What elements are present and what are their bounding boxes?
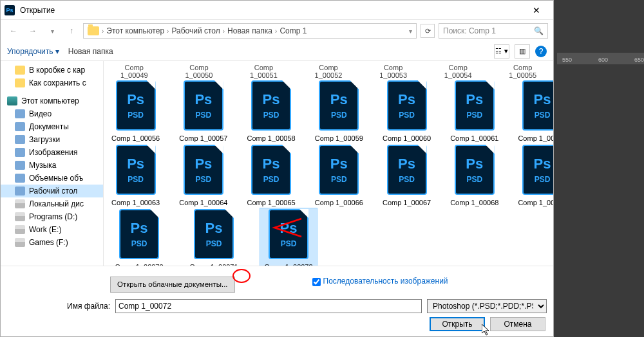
new-folder-button[interactable]: Новая папка [68,47,113,56]
breadcrumb-pc[interactable]: Этот компьютер [106,26,164,35]
file-item[interactable]: PsPSDComp 1_00064 [178,143,229,208]
image-sequence-label[interactable]: Последовательность изображений [323,277,448,287]
file-item[interactable]: PsPSDComp 1_00071 [185,208,243,266]
preview-pane-button[interactable]: ▥ [515,44,530,59]
file-grid[interactable]: Comp 1_00049 Comp 1_00050 Comp 1_00051 C… [104,61,553,266]
desktop-icon [15,187,25,196]
file-item[interactable]: PsPSDComp 1_00067 [381,143,432,208]
organize-menu[interactable]: Упорядочить ▾ [7,47,59,56]
psd-file-icon: PsPSD [269,209,308,259]
psd-file-icon: PsPSD [522,80,553,131]
tree-localdisk[interactable]: Локальный дис [1,197,103,210]
tree-item[interactable]: В коробке с кар [1,64,103,77]
toolbar: Упорядочить ▾ Новая папка ☷ ▾ ▥ ? [1,42,553,61]
images-icon [15,148,25,157]
file-item[interactable]: PsPSDComp 1_00066 [314,143,365,208]
tree-documents[interactable]: Документы [1,120,103,133]
file-label: Comp 1_00058 [247,134,295,142]
file-label: Comp 1_00064 [179,199,227,206]
file-item[interactable]: PsPSDComp 1_00070 [110,208,168,266]
tree-work-e[interactable]: Work (E:) [1,223,103,236]
file-item[interactable]: PsPSDComp 1_00060 [381,79,432,143]
nav-tree: В коробке с кар Как сохранить с Этот ком… [1,61,104,266]
file-label: Comp 1_00069 [518,199,553,206]
tree-3d[interactable]: Объемные объ [1,172,103,185]
psd-file-icon: PsPSD [116,80,156,131]
tree-music[interactable]: Музыка [1,159,103,172]
tree-downloads[interactable]: Загрузки [1,133,103,146]
image-sequence-checkbox[interactable] [312,278,321,286]
back-button[interactable]: ← [6,23,21,39]
breadcrumb-desktop[interactable]: Рабочий стол [171,26,220,35]
tree-images[interactable]: Изображения [1,146,103,159]
file-item[interactable]: PsPSDComp 1_00065 [245,143,296,208]
file-item[interactable]: PsPSDComp 1_00058 [245,79,296,143]
psd-file-icon: PsPSD [184,80,223,131]
cancel-button[interactable]: Отмена [490,317,545,331]
psd-file-icon: PsPSD [119,209,159,259]
dialog-footer: Открыть облачные документы... Последоват… [1,266,553,336]
downloads-icon [15,135,25,144]
music-icon [15,161,25,170]
file-label: Comp 1_00065 [247,199,295,206]
file-item[interactable]: PsPSDComp 1_00061 [449,79,500,143]
file-item[interactable]: PsPSDComp 1_00068 [449,143,500,208]
file-item[interactable]: PsPSDComp 1_00057 [178,79,229,143]
psd-file-icon: PsPSD [319,80,359,131]
breadcrumb-comp[interactable]: Comp 1 [279,26,307,35]
refresh-button[interactable]: ⟳ [421,24,435,38]
breadcrumb-folder[interactable]: Новая папка [227,26,272,35]
search-input[interactable]: Поиск: Comp 1 🔍 [439,23,548,39]
file-item[interactable]: PsPSDComp 1_00059 [314,79,365,143]
file-label: Comp 1_00067 [383,199,431,206]
video-icon [15,109,25,118]
file-label: Comp 1_00059 [315,134,363,142]
tree-item[interactable]: Как сохранить с [1,77,103,89]
psd-file-icon: PsPSD [522,145,553,195]
help-button[interactable]: ? [535,46,547,57]
nav-bar: ← → ▾ ↑ › Этот компьютер› Рабочий стол› … [1,20,553,42]
tree-desktop[interactable]: Рабочий стол [1,185,103,197]
open-cloud-button[interactable]: Открыть облачные документы... [110,277,235,293]
psd-file-icon: PsPSD [251,80,291,131]
file-item[interactable]: PsPSDComp 1_00072 [260,208,317,266]
file-item[interactable]: PsPSDComp 1_00063 [110,143,161,208]
objects-icon [15,174,25,183]
drive-icon [15,212,25,221]
file-label: Comp 1_00060 [383,134,431,142]
file-label: Comp 1_00063 [111,199,160,206]
search-icon: 🔍 [534,26,544,35]
filetype-select[interactable]: Photoshop (*.PSD;*.PDD;*.PSDT [427,299,547,313]
tree-programs-d[interactable]: Programs (D:) [1,210,103,223]
psd-file-icon: PsPSD [387,80,427,131]
psd-file-icon: PsPSD [184,145,223,195]
file-label: Comp 1_00066 [315,199,363,206]
tree-this-pc[interactable]: Этот компьютер [1,95,103,107]
up-button[interactable]: ↑ [64,23,79,39]
close-button[interactable]: ✕ [524,5,549,15]
open-button[interactable]: Открыть [430,317,485,331]
folder-icon [88,26,99,35]
view-mode-button[interactable]: ☷ ▾ [494,44,509,59]
breadcrumb[interactable]: › Этот компьютер› Рабочий стол› Новая па… [83,23,417,39]
photoshop-ruler: 550 600 650 [557,53,644,64]
file-item[interactable]: PsPSDComp 1_00069 [516,143,553,208]
folder-icon [15,66,25,75]
filename-label: Имя файла: [7,302,110,311]
tree-games-f[interactable]: Games (F:) [1,236,103,249]
psd-file-icon: PsPSD [116,145,156,195]
file-label: Comp 1_00057 [179,134,227,142]
file-item[interactable]: PsPSDComp 1_00062 [516,79,553,143]
file-item[interactable]: PsPSDComp 1_00056 [110,79,161,143]
open-file-dialog: Ps Открытие ✕ ← → ▾ ↑ › Этот компьютер› … [0,0,554,337]
ps-app-icon: Ps [5,5,15,15]
recent-dropdown[interactable]: ▾ [44,23,60,39]
drive-icon [15,238,25,247]
psd-file-icon: PsPSD [455,80,495,131]
psd-file-icon: PsPSD [387,145,427,195]
filename-input[interactable] [115,299,422,313]
tree-videos[interactable]: Видео [1,107,103,120]
titlebar: Ps Открытие ✕ [1,1,553,20]
folder-icon [15,78,25,87]
forward-button[interactable]: → [25,23,41,39]
